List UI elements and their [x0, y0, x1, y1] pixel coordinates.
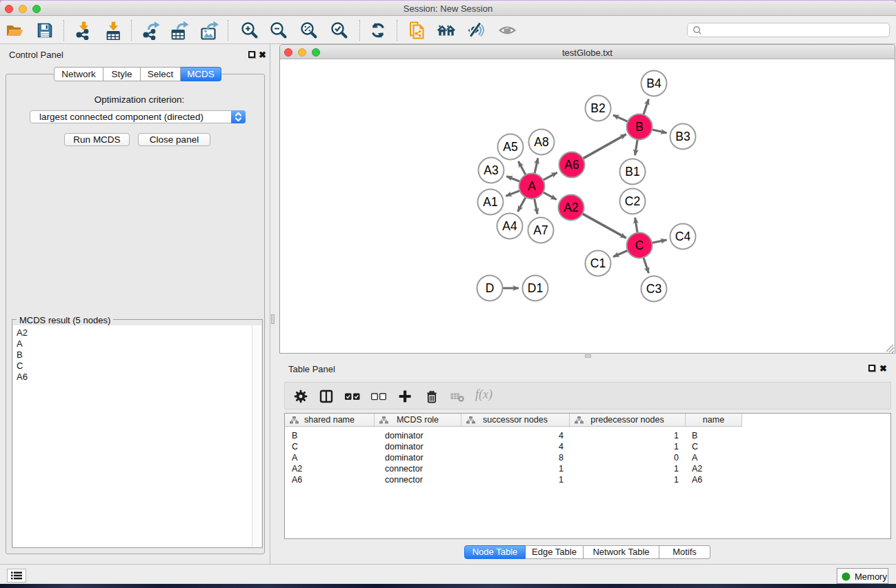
svg-text:C4: C4 — [675, 230, 691, 243]
svg-text:B3: B3 — [675, 130, 690, 143]
svg-text:A6: A6 — [564, 158, 579, 172]
svg-text:D1: D1 — [528, 281, 543, 295]
svg-text:D: D — [486, 281, 495, 295]
svg-text:A7: A7 — [533, 223, 548, 237]
svg-text:A4: A4 — [502, 219, 517, 233]
svg-text:B2: B2 — [590, 101, 605, 115]
svg-text:A1: A1 — [483, 195, 497, 209]
svg-text:C2: C2 — [625, 194, 640, 208]
svg-text:A2: A2 — [564, 201, 578, 214]
svg-text:C: C — [635, 239, 644, 252]
svg-text:C1: C1 — [590, 256, 606, 270]
svg-text:B: B — [635, 120, 644, 134]
svg-text:A5: A5 — [503, 140, 517, 154]
svg-text:C3: C3 — [646, 282, 661, 296]
svg-text:A8: A8 — [534, 135, 548, 149]
svg-text:B1: B1 — [625, 165, 639, 179]
svg-text:B4: B4 — [646, 77, 661, 90]
svg-text:A: A — [528, 179, 536, 193]
svg-text:A3: A3 — [484, 163, 498, 177]
